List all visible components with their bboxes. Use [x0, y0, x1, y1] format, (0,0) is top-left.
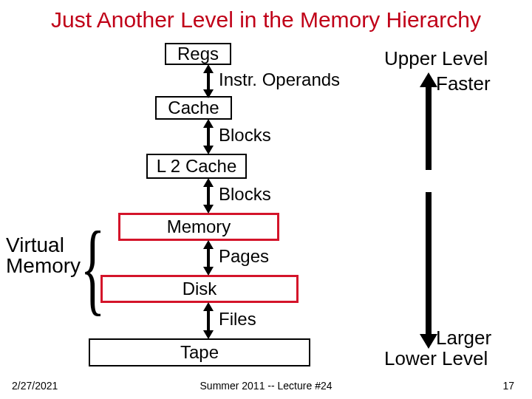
arrow-disk-tape: [207, 309, 210, 332]
arrow-regs-cache: [207, 71, 210, 92]
arrow-l2-mem: [207, 185, 210, 207]
level-l2cache: L 2 Cache: [146, 154, 247, 179]
label-instr-operands: Instr. Operands: [219, 69, 340, 90]
brace-icon: {: [81, 226, 106, 309]
label-blocks-1: Blocks: [219, 125, 271, 146]
arrow-mem-disk: [207, 247, 210, 269]
slide-title: Just Another Level in the Memory Hierarc…: [0, 0, 532, 35]
level-regs: Regs: [165, 43, 231, 65]
level-disk: Disk: [100, 275, 299, 303]
larger-label: Larger: [436, 327, 491, 349]
virtual-memory-label: Virtual Memory: [6, 235, 81, 276]
footer-date: 2/27/2021: [12, 380, 58, 392]
faster-label: Faster: [436, 72, 491, 95]
label-blocks-2: Blocks: [219, 184, 271, 205]
footer-center: Summer 2011 -- Lecture #24: [200, 380, 332, 392]
lower-level-label: Lower Level: [384, 347, 488, 370]
level-tape: Tape: [89, 338, 310, 366]
faster-arrow: [426, 84, 432, 170]
label-files: Files: [219, 309, 256, 330]
upper-level-label: Upper Level: [384, 47, 488, 70]
larger-arrow: [426, 192, 432, 337]
level-cache: Cache: [155, 96, 232, 120]
level-memory: Memory: [118, 213, 279, 241]
diagram-stage: Regs Cache L 2 Cache Memory Disk Tape In…: [0, 37, 532, 399]
slide-number: 17: [502, 380, 514, 392]
arrow-cache-l2: [207, 126, 210, 148]
label-pages: Pages: [219, 246, 269, 267]
